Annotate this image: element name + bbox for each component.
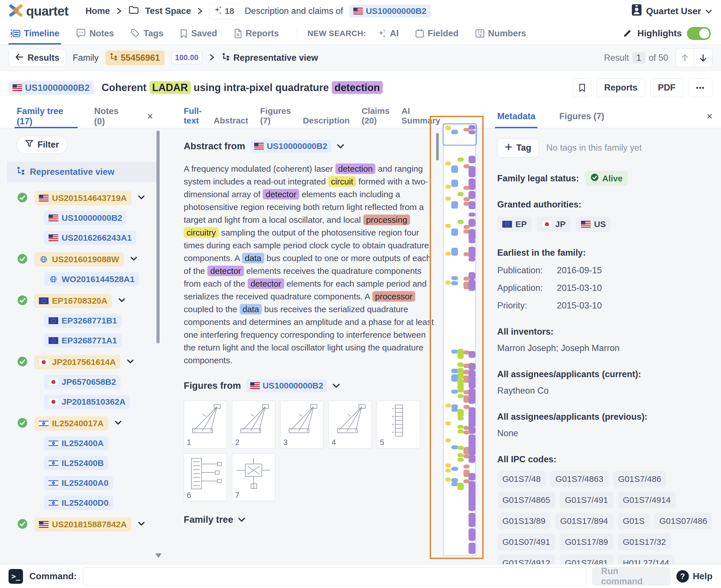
tab-tags[interactable]: Tags [131, 22, 163, 45]
chevron-down-icon[interactable] [130, 256, 137, 262]
tab-timeline[interactable]: Timeline [10, 22, 59, 45]
figure-thumbnail[interactable]: 5 [377, 401, 420, 448]
patent-chip[interactable]: US2016019088W [34, 252, 124, 267]
figure-thumbnail[interactable]: 4 [328, 401, 372, 448]
scrollbar-down-arrow[interactable] [155, 553, 162, 558]
search-count-badge[interactable]: 18 [209, 3, 238, 20]
ipc-code-chip[interactable]: G01S7/4912 [497, 555, 555, 564]
tab-notes-panel[interactable]: Notes (0) [94, 104, 128, 128]
ipc-code-chip[interactable]: G01S17/32 [618, 534, 671, 550]
tab-notes[interactable]: Notes [76, 22, 114, 45]
ipc-code-chip[interactable]: G01S7/486 [613, 471, 666, 487]
chevron-down-icon[interactable] [138, 195, 145, 201]
chevron-down-icon[interactable] [332, 380, 340, 391]
patent-number: EP3268771B1 [62, 316, 117, 326]
help-icon: ? [676, 570, 689, 583]
figure-thumbnail[interactable]: 2 [232, 401, 275, 448]
chevron-down-icon[interactable] [127, 359, 134, 365]
patent-chip[interactable]: US2016266243A1 [44, 231, 136, 245]
command-input[interactable] [83, 567, 586, 585]
ipc-code-chip[interactable]: G01S17/894 [555, 513, 613, 529]
close-icon[interactable]: × [147, 110, 153, 122]
tab-figures[interactable]: Figures (7) [260, 106, 291, 125]
run-command-button[interactable]: Run command [593, 567, 670, 585]
figure-thumbnail[interactable]: 6 [184, 454, 227, 501]
patent-chip[interactable]: EP16708320A [34, 294, 112, 308]
patent-chip[interactable]: JP2018510362A [44, 395, 130, 409]
patent-chip[interactable]: IL252400A0 [44, 476, 113, 490]
ipc-code-chip[interactable]: G01S7/4914 [618, 492, 676, 508]
ipc-code-chip[interactable]: G01S7/4863 [550, 471, 608, 487]
patent-chip[interactable]: IL25240017A [34, 416, 108, 430]
ipc-code-chip[interactable]: G01S [618, 513, 650, 529]
user-menu[interactable]: Quartet User [631, 4, 713, 18]
figures-source-chip[interactable]: US10000000B2 [246, 379, 327, 392]
reports-button[interactable]: Reports [597, 78, 645, 97]
family-id-chip[interactable]: 55456961 [105, 50, 164, 65]
quartet-logo[interactable]: quartet [8, 3, 68, 19]
ipc-code-chip[interactable]: G01S7/481 [560, 555, 613, 564]
more-options-button[interactable]: ••• [688, 78, 713, 97]
next-result-button[interactable] [694, 49, 712, 67]
search-mode-numbers[interactable]: 122 Numbers [475, 22, 526, 45]
patent-chip[interactable]: IL252400B [44, 456, 108, 470]
chevron-down-icon[interactable] [118, 298, 125, 304]
patent-chip[interactable]: WO2016144528A1 [44, 272, 139, 286]
tab-saved[interactable]: Saved [180, 22, 217, 45]
highlight-minimap[interactable] [429, 116, 484, 559]
ipc-code-chip[interactable]: H01L27/144 [618, 555, 674, 564]
ipc-code-chip[interactable]: G01S7/491 [560, 492, 613, 508]
patent-chip[interactable]: EP3268771B1 [44, 314, 122, 328]
back-to-results-button[interactable]: Results [8, 49, 66, 67]
tab-full-text[interactable]: Full-text [184, 106, 202, 125]
breadcrumb-space[interactable]: Test Space [145, 6, 191, 16]
patent-chip[interactable]: IL252400A [44, 436, 108, 450]
tab-figures-right[interactable]: Figures (7) [559, 104, 604, 128]
chevron-down-icon[interactable] [115, 420, 122, 426]
tab-family-tree[interactable]: Family tree (17) [17, 104, 76, 128]
patent-chip[interactable]: US201815887842A [34, 517, 132, 531]
figure-thumbnail[interactable]: 1 [184, 401, 227, 448]
patent-chip[interactable]: US201514643719A [34, 191, 132, 205]
tab-description[interactable]: Description [303, 116, 349, 125]
breadcrumb-doc-chip[interactable]: US10000000B2 [349, 4, 430, 18]
figure-thumbnail[interactable]: 7 [232, 454, 275, 501]
bookmark-button[interactable] [573, 78, 592, 97]
highlights-toggle[interactable] [687, 27, 711, 40]
minimap-scrollbar[interactable] [436, 133, 439, 160]
breadcrumb-home[interactable]: Home [85, 6, 110, 16]
add-tag-button[interactable]: Tag [497, 139, 539, 157]
ipc-code-chip[interactable]: G01S07/491 [497, 534, 555, 550]
ipc-code-chip[interactable]: G01S07/486 [654, 513, 712, 529]
tab-reports[interactable]: Reports [234, 22, 279, 45]
ipc-code-chip[interactable]: G01S7/4865 [497, 492, 555, 508]
ipc-code-chip[interactable]: G01S13/89 [497, 513, 550, 529]
ipc-code-chip[interactable]: G01S17/89 [560, 534, 613, 550]
close-icon[interactable]: × [706, 110, 713, 122]
pdf-button[interactable]: PDF [650, 78, 683, 97]
patent-chip[interactable]: IL252400D0 [44, 496, 113, 510]
search-mode-ai[interactable]: AI [377, 22, 399, 45]
sidebar-scrollbar[interactable] [157, 130, 160, 343]
tab-abstract[interactable]: Abstract [214, 116, 248, 125]
family-tree-section-heading[interactable]: Family tree [184, 514, 429, 525]
tab-metadata[interactable]: Metadata [497, 104, 535, 128]
title-doc-chip[interactable]: US10000000B2 [8, 81, 94, 95]
ipc-code-chip[interactable]: G01S7/48 [497, 471, 546, 487]
minimap-track[interactable] [443, 123, 476, 556]
representative-view-row[interactable]: Representative view [7, 162, 157, 182]
previous-result-button[interactable] [676, 49, 694, 67]
filter-button[interactable]: Filter [17, 135, 67, 154]
patent-chip[interactable]: JP6570658B2 [44, 375, 121, 389]
search-mode-fielded[interactable]: Fielded [415, 22, 459, 45]
help-control[interactable]: ? Help [676, 570, 713, 583]
abstract-source-chip[interactable]: US10000000B2 [250, 140, 332, 153]
figure-thumbnail[interactable]: 3 [280, 401, 323, 448]
patent-chip[interactable]: JP2017561614A [34, 355, 120, 369]
tab-claims[interactable]: Claims (20) [361, 106, 389, 125]
tree-group: US2016019088WWO2016144528A1 [17, 251, 157, 288]
chevron-down-icon[interactable] [337, 141, 344, 151]
chevron-down-icon[interactable] [138, 521, 145, 528]
patent-chip[interactable]: US10000000B2 [44, 211, 127, 225]
patent-chip[interactable]: EP3268771A1 [44, 333, 122, 348]
